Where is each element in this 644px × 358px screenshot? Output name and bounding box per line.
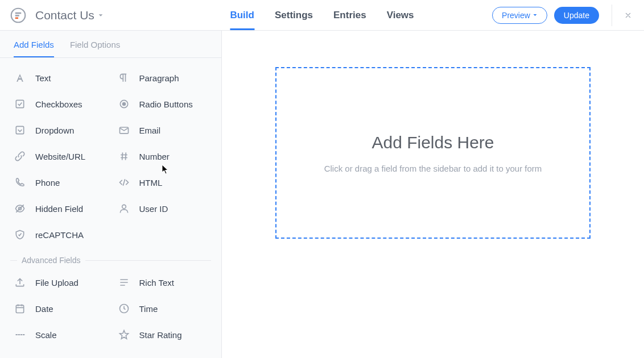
field-file-upload[interactable]: File Upload (7, 269, 111, 295)
tab-add-fields[interactable]: Add Fields (14, 40, 54, 57)
field-hidden[interactable]: Hidden Field (7, 195, 111, 222)
svg-rect-4 (16, 100, 23, 107)
svg-point-10 (122, 205, 126, 209)
field-label: Paragraph (139, 73, 179, 83)
star-icon (118, 328, 130, 341)
field-url[interactable]: Website/URL (7, 143, 111, 169)
link-icon (14, 150, 26, 163)
user-icon (118, 202, 130, 215)
update-button[interactable]: Update (554, 7, 599, 24)
field-label: Time (139, 304, 158, 314)
field-label: Text (35, 73, 51, 83)
code-icon (118, 176, 130, 189)
divider (612, 5, 612, 26)
field-radio[interactable]: Radio Buttons (111, 91, 215, 117)
caret-down-icon (532, 13, 538, 18)
form-canvas: Add Fields Here Click or drag a field fr… (222, 31, 644, 358)
field-label: Star Rating (139, 330, 182, 340)
field-label: Email (139, 126, 161, 135)
svg-rect-1 (15, 12, 22, 14)
svg-rect-11 (16, 305, 23, 313)
field-label: Scale (35, 330, 57, 340)
dropdown-icon (14, 124, 26, 136)
field-paragraph[interactable]: Paragraph (111, 65, 215, 91)
form-title: Contact Us (35, 9, 94, 22)
svg-rect-7 (16, 126, 23, 134)
advanced-fields-grid: File Upload Rich Text Date Time Scale (7, 269, 214, 348)
field-recaptcha[interactable]: reCAPTCHA (7, 222, 111, 248)
close-icon (625, 12, 631, 19)
field-date[interactable]: Date (7, 295, 111, 322)
field-label: Checkboxes (35, 99, 82, 109)
preview-button[interactable]: Preview (492, 7, 547, 24)
field-label: Hidden Field (35, 204, 83, 214)
svg-rect-2 (15, 15, 19, 16)
rich-text-icon (118, 276, 130, 289)
field-phone[interactable]: Phone (7, 169, 111, 195)
field-userid[interactable]: User ID (111, 195, 215, 222)
field-checkboxes[interactable]: Checkboxes (7, 91, 111, 117)
tab-field-options[interactable]: Field Options (70, 40, 120, 57)
field-number[interactable]: Number (111, 143, 215, 169)
field-label: Dropdown (35, 126, 74, 135)
field-label: Date (35, 304, 53, 314)
app-header: Contact Us Build Settings Entries Views … (0, 0, 644, 31)
nav-views[interactable]: Views (387, 0, 414, 30)
field-label: User ID (139, 204, 168, 214)
field-label: Number (139, 152, 170, 161)
field-dropdown[interactable]: Dropdown (7, 117, 111, 143)
section-label: Advanced Fields (22, 256, 81, 265)
field-label: HTML (139, 178, 163, 188)
nav-settings[interactable]: Settings (275, 0, 313, 30)
field-label: Website/URL (35, 152, 85, 161)
shield-check-icon (14, 228, 26, 241)
field-label: reCAPTCHA (35, 230, 84, 240)
close-button[interactable] (622, 10, 634, 21)
section-advanced: Advanced Fields (7, 256, 214, 265)
nav-entries[interactable]: Entries (333, 0, 366, 30)
preview-label: Preview (502, 11, 530, 20)
svg-rect-3 (15, 17, 18, 19)
field-label: File Upload (35, 278, 79, 288)
main-nav: Build Settings Entries Views (230, 0, 414, 30)
text-icon (14, 72, 26, 84)
svg-point-6 (122, 103, 125, 106)
checkbox-icon (14, 98, 26, 110)
sidebar-tabs: Add Fields Field Options (0, 31, 221, 58)
app-body: Add Fields Field Options Text Paragraph … (0, 31, 644, 358)
field-scale[interactable]: Scale (7, 322, 111, 348)
field-html[interactable]: HTML (111, 169, 215, 195)
field-time[interactable]: Time (111, 295, 215, 322)
fields-panel: Text Paragraph Checkboxes Radio Buttons … (0, 58, 221, 348)
email-icon (118, 124, 130, 136)
field-text[interactable]: Text (7, 65, 111, 91)
eye-off-icon (14, 202, 26, 215)
hash-icon (118, 150, 130, 163)
dropzone-heading: Add Fields Here (371, 133, 494, 152)
caret-down-icon (98, 13, 104, 18)
form-title-dropdown[interactable]: Contact Us (35, 9, 104, 22)
app-logo (10, 7, 26, 23)
header-actions: Preview Update (492, 5, 634, 26)
sidebar: Add Fields Field Options Text Paragraph … (0, 31, 222, 358)
dropzone-hint: Click or drag a field from the sidebar t… (324, 164, 542, 173)
radio-icon (118, 98, 130, 110)
paragraph-icon (118, 72, 130, 84)
field-star-rating[interactable]: Star Rating (111, 322, 215, 348)
scale-icon (14, 328, 26, 341)
nav-build[interactable]: Build (230, 0, 254, 30)
clock-icon (118, 302, 130, 315)
upload-icon (14, 276, 26, 289)
field-email[interactable]: Email (111, 117, 215, 143)
phone-icon (14, 176, 26, 189)
field-label: Rich Text (139, 278, 174, 288)
field-label: Phone (35, 178, 60, 188)
field-rich-text[interactable]: Rich Text (111, 269, 215, 295)
field-label: Radio Buttons (139, 99, 193, 109)
calendar-icon (14, 302, 26, 315)
dropzone[interactable]: Add Fields Here Click or drag a field fr… (275, 67, 591, 239)
basic-fields-grid: Text Paragraph Checkboxes Radio Buttons … (7, 65, 214, 248)
